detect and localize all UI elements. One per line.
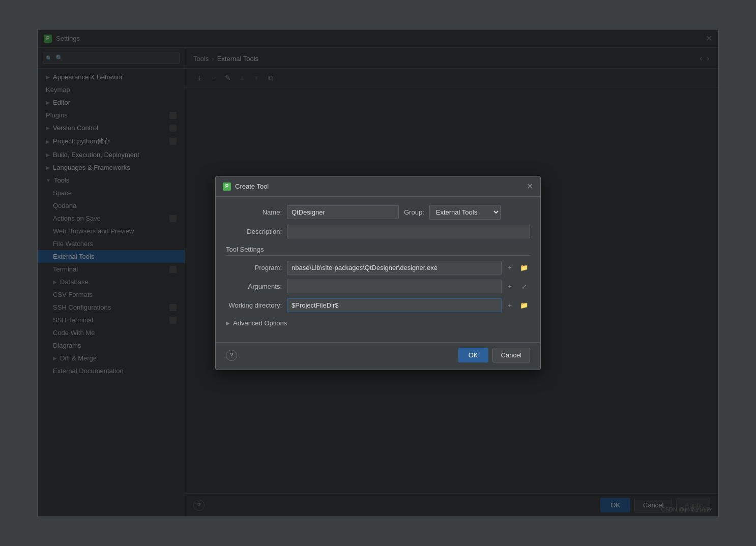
dialog-footer: ? OK Cancel xyxy=(216,342,540,370)
group-select[interactable]: External Tools xyxy=(429,205,501,220)
arguments-expand-button[interactable]: ⤢ xyxy=(518,280,530,293)
program-browse-button[interactable]: 📁 xyxy=(518,261,530,275)
working-dir-label: Working directory: xyxy=(226,301,282,309)
program-add-button[interactable]: + xyxy=(504,261,516,275)
tool-settings-header: Tool Settings xyxy=(226,246,530,256)
description-row: Description: xyxy=(226,225,530,238)
group-label: Group: xyxy=(404,208,424,216)
dialog-ok-button[interactable]: OK xyxy=(458,348,488,362)
program-label: Program: xyxy=(226,264,282,271)
arguments-label: Arguments: xyxy=(226,283,282,290)
name-label: Name: xyxy=(226,208,282,216)
dialog-help-button[interactable]: ? xyxy=(226,350,237,361)
dialog-title: Create Tool xyxy=(235,183,269,190)
arguments-input-group: + ⤢ xyxy=(287,280,530,293)
dialog-title-bar: P Create Tool ✕ xyxy=(216,176,540,197)
dialog-title-left: P Create Tool xyxy=(223,183,269,191)
description-input[interactable] xyxy=(287,225,530,238)
footer-actions: OK Cancel xyxy=(458,348,530,362)
dialog-close-button[interactable]: ✕ xyxy=(527,181,533,191)
settings-window: P Settings ✕ ▶ Appearance & Behavior xyxy=(37,29,719,517)
advanced-options-label: Advanced Options xyxy=(233,319,287,327)
name-group-row: Name: Group: External Tools xyxy=(226,205,530,220)
program-row: Program: + 📁 xyxy=(226,261,530,275)
group-select-wrap: External Tools xyxy=(429,205,501,220)
create-tool-dialog: P Create Tool ✕ Name: Group: External To… xyxy=(215,176,541,370)
working-dir-add-button[interactable]: + xyxy=(504,299,516,312)
advanced-options-row[interactable]: ▶ Advanced Options xyxy=(226,319,530,327)
dialog-body: Name: Group: External Tools Description: xyxy=(216,197,540,342)
arguments-row: Arguments: + ⤢ xyxy=(226,280,530,293)
program-input-group: + 📁 xyxy=(287,261,530,275)
name-input[interactable] xyxy=(287,205,399,219)
advanced-arrow-icon: ▶ xyxy=(226,320,230,326)
working-dir-row: Working directory: + 📁 xyxy=(226,298,530,312)
dialog-cancel-button[interactable]: Cancel xyxy=(492,348,530,362)
program-input[interactable] xyxy=(287,261,502,275)
description-label: Description: xyxy=(226,228,282,235)
dialog-overlay: P Create Tool ✕ Name: Group: External To… xyxy=(38,29,718,517)
arguments-input[interactable] xyxy=(287,280,502,293)
working-dir-input-group: + 📁 xyxy=(287,298,530,312)
working-dir-browse-button[interactable]: 📁 xyxy=(518,299,530,312)
arguments-add-button[interactable]: + xyxy=(504,280,516,293)
dialog-app-icon: P xyxy=(223,183,231,191)
working-dir-input[interactable] xyxy=(287,298,502,312)
